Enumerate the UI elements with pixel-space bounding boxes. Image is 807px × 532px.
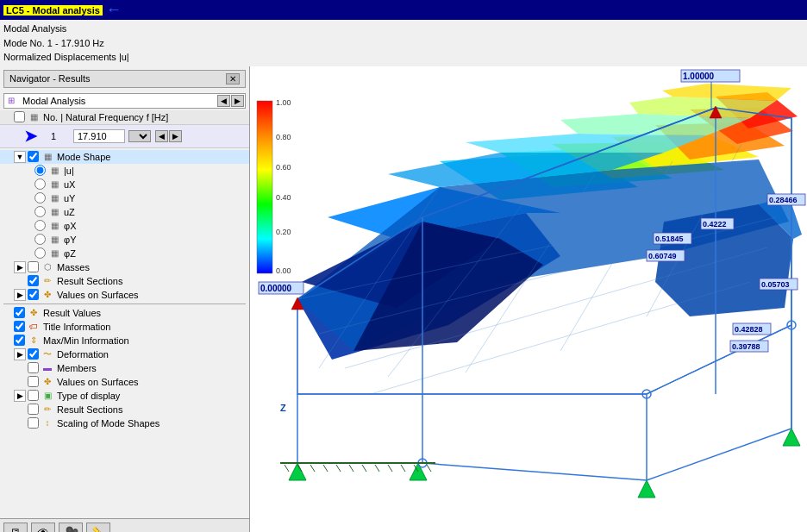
result-sections-check[interactable] [28,275,39,286]
freq-header-row: ▦ No. | Natural Frequency f [Hz] [0,110,249,125]
navigator-header: Navigator - Results ✕ [3,70,246,88]
svg-rect-2 [257,101,272,273]
freq-input[interactable] [73,129,125,143]
members-check[interactable] [28,362,39,373]
result-sections-label: Result Sections [57,276,122,286]
monitor-btn[interactable]: 🖥 [3,523,28,533]
phiy-row[interactable]: ▦ φY [0,233,249,247]
masses-icon: ⬡ [41,261,54,273]
mode-shape-expander[interactable]: ▼ [14,151,26,163]
values-surfaces-icon: ✤ [41,289,54,301]
type-display-check[interactable] [28,390,39,401]
bottom-toolbar: 🖥 👁 🎥 📏 [0,518,249,533]
values-surfaces-disp-label: Values on Surfaces [57,377,139,387]
scaling-expander [14,417,26,429]
tree-container: ▼ ▦ Mode Shape ▦ |u| ▦ uX ▦ uY [0,148,249,518]
members-expander [14,362,26,374]
svg-text:0.39788: 0.39788 [732,342,760,351]
result-values-opt-check[interactable] [14,307,25,318]
nav-next-btn[interactable]: ▶ [231,95,244,107]
uz-radio[interactable] [34,206,46,217]
ux-icon: ▦ [47,178,61,191]
u-abs-label: |u| [64,166,74,176]
svg-text:1.00: 1.00 [276,98,291,107]
result-sections-disp-row[interactable]: ✏ Result Sections [0,403,249,416]
u-abs-radio[interactable] [34,165,46,176]
3d-viewport[interactable]: 1.00 0.80 0.60 0.40 0.20 0.00 [250,66,807,533]
uz-row[interactable]: ▦ uZ [0,205,249,219]
values-surfaces-expander[interactable]: ▶ [14,289,26,301]
maxmin-row[interactable]: ⇕ Max/Min Information [0,334,249,347]
result-values-opt-icon: ✤ [27,307,41,319]
result-sections-row[interactable]: ✏ Result Sections [0,274,249,288]
phiz-row[interactable]: ▦ φZ [0,247,249,260]
freq-col-icon: ▦ [27,111,41,123]
ux-label: uX [64,179,75,190]
freq-prev-btn[interactable]: ◀ [155,130,168,142]
svg-text:1.00000: 1.00000 [683,72,715,81]
freq-next-btn[interactable]: ▶ [169,130,182,142]
masses-row[interactable]: ▶ ⬡ Masses [0,260,249,274]
nav-prev-btn[interactable]: ◀ [217,95,230,107]
ruler-btn[interactable]: 📏 [86,523,110,533]
scaling-icon: ↕ [41,417,54,429]
values-surfaces-row[interactable]: ▶ ✤ Values on Surfaces [0,288,249,302]
members-row[interactable]: ▬ Members [0,361,249,375]
deformation-check[interactable] [28,348,39,360]
svg-text:0.42828: 0.42828 [735,325,763,334]
mode-shape-label: Mode Shape [57,152,110,162]
masses-expander[interactable]: ▶ [14,261,26,273]
type-display-row[interactable]: ▶ ▣ Type of display [0,389,249,403]
values-surfaces-disp-check[interactable] [28,376,39,387]
camera-btn[interactable]: 🎥 [59,523,83,533]
mode-shape-check[interactable] [28,151,39,162]
phix-row[interactable]: ▦ φX [0,219,249,233]
svg-text:0.4222: 0.4222 [703,220,727,228]
svg-text:0.80: 0.80 [276,133,291,141]
scaling-check[interactable] [28,417,39,429]
freq-select[interactable] [128,130,151,142]
deformation-row[interactable]: ▶ 〜 Deformation [0,347,249,361]
scaling-label: Scaling of Mode Shapes [57,418,160,429]
svg-text:0.28466: 0.28466 [769,196,798,204]
maxmin-check[interactable] [14,335,25,346]
values-surfaces-check[interactable] [28,289,39,300]
type-display-expander[interactable]: ▶ [14,390,26,402]
phix-radio[interactable] [34,220,46,231]
result-values-opt-row[interactable]: ✤ Result Values [0,306,249,320]
info-line1: Modal Analysis [3,22,804,36]
u-abs-row[interactable]: ▦ |u| [0,164,249,178]
svg-text:0.05703: 0.05703 [761,280,790,289]
values-surfaces-disp-row[interactable]: ✤ Values on Surfaces [0,375,249,389]
ux-row[interactable]: ▦ uX [0,178,249,191]
title-info-check[interactable] [14,321,25,332]
uy-label: uY [64,193,75,203]
uy-row[interactable]: ▦ uY [0,191,249,205]
title-info-icon: 🏷 [27,321,41,333]
phiz-label: φZ [64,248,76,259]
deformation-expander[interactable]: ▶ [14,348,26,360]
blue-pointer-icon: ➤ [24,127,37,146]
phiz-radio[interactable] [34,247,46,259]
ux-radio[interactable] [34,178,46,190]
modal-selector-row[interactable]: ⊞ Modal Analysis ◀ ▶ [3,93,246,109]
uy-radio[interactable] [34,192,46,203]
phiy-radio[interactable] [34,234,46,245]
nav-close-btn[interactable]: ✕ [226,73,240,84]
mode-shape-row[interactable]: ▼ ▦ Mode Shape [0,150,249,164]
eye-btn[interactable]: 👁 [31,523,55,533]
svg-text:0.40: 0.40 [276,193,291,202]
maxmin-icon: ⇕ [27,335,41,347]
masses-check[interactable] [28,261,39,272]
result-sections-disp-check[interactable] [28,404,39,415]
uy-icon: ▦ [47,192,61,204]
title-bar: LC5 - Modal analysis ← [0,0,807,20]
freq-header-check[interactable] [14,111,25,122]
phiz-icon: ▦ [47,247,61,260]
navigator-title: Navigator - Results [9,73,91,84]
svg-text:0.00000: 0.00000 [260,284,292,293]
scaling-row[interactable]: ↕ Scaling of Mode Shapes [0,416,249,430]
title-info-row[interactable]: 🏷 Title Information [0,320,249,334]
svg-text:0.60749: 0.60749 [648,252,677,260]
uz-label: uZ [64,207,75,217]
